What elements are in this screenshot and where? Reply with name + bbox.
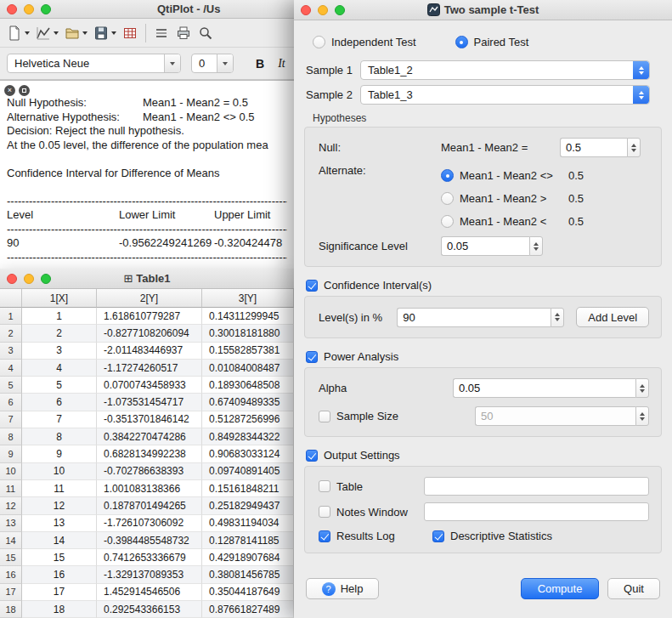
new-graph-button[interactable] <box>32 23 61 43</box>
column-header[interactable]: 1[X] <box>22 289 97 308</box>
row-number-cell[interactable]: 16 <box>0 566 22 583</box>
row-number-cell[interactable]: 8 <box>0 428 22 445</box>
table-cell[interactable]: 12 <box>22 497 97 514</box>
row-number-cell[interactable]: 6 <box>0 394 22 411</box>
row-number-cell[interactable]: 2 <box>0 325 22 342</box>
level-spinner[interactable] <box>397 308 564 327</box>
independent-test-radio[interactable]: Independent Test <box>313 36 416 48</box>
minimize-window-button[interactable] <box>24 274 34 284</box>
table-cell[interactable]: 18 <box>22 601 97 618</box>
italic-button[interactable]: It <box>278 57 285 71</box>
close-window-button[interactable] <box>301 5 311 15</box>
table-cell[interactable]: 0.38081456785 <box>202 566 294 583</box>
table-cell[interactable]: -1.726107306092 <box>97 515 202 532</box>
row-number-cell[interactable]: 3 <box>0 343 22 360</box>
table-cell[interactable]: -0.3513701846142 <box>97 411 202 428</box>
table-cell[interactable]: 0.35044187649 <box>202 584 294 601</box>
table-cell[interactable]: 14 <box>22 532 97 549</box>
table-cell[interactable]: -1.329137089353 <box>97 566 202 583</box>
zoom-tool-button[interactable] <box>195 23 217 43</box>
sample-size-input[interactable] <box>475 406 635 426</box>
row-number-cell[interactable]: 13 <box>0 515 22 532</box>
table-cell[interactable]: 7 <box>22 411 97 428</box>
row-number-cell[interactable]: 9 <box>0 445 22 462</box>
minimize-window-button[interactable] <box>24 4 34 14</box>
notes-window-checkbox[interactable]: Notes Window <box>319 506 424 519</box>
row-number-cell[interactable]: 4 <box>0 360 22 377</box>
sample1-select[interactable]: Table1_2 <box>360 60 650 80</box>
table-cell[interactable]: 0.12878141185 <box>202 532 294 549</box>
descriptive-statistics-checkbox[interactable]: Descriptive Statistics <box>432 530 552 542</box>
stepper-button[interactable] <box>635 406 649 426</box>
table-cell[interactable]: 0.292543366153 <box>97 601 202 618</box>
table-cell[interactable]: 0.49831194034 <box>202 515 294 532</box>
duplicate-window-button[interactable] <box>150 23 172 43</box>
level-input[interactable] <box>397 308 551 327</box>
table-cell[interactable]: 15 <box>22 549 97 566</box>
table-name-input[interactable] <box>424 477 649 496</box>
row-number-cell[interactable]: 17 <box>0 584 22 601</box>
sample-size-checkbox[interactable]: Sample Size <box>319 410 475 422</box>
table-cell[interactable]: 1.618610779287 <box>97 308 202 325</box>
close-log-icon[interactable]: × <box>4 85 15 96</box>
stepper-button[interactable] <box>633 86 649 104</box>
table-cell[interactable]: 1.452914546506 <box>97 584 202 601</box>
table-cell[interactable]: 13 <box>22 515 97 532</box>
table-cell[interactable]: 9 <box>22 445 97 462</box>
close-window-button[interactable] <box>7 274 17 284</box>
table-cell[interactable]: 0.3842270474286 <box>97 428 202 445</box>
table-cell[interactable]: 0.30018181880 <box>202 325 294 342</box>
print-button[interactable] <box>172 23 195 43</box>
table-cell[interactable]: 0.18930648508 <box>202 377 294 394</box>
table-cell[interactable]: 0.15161848211 <box>202 480 294 497</box>
sample2-select[interactable]: Table1_3 <box>360 85 650 105</box>
table-cell[interactable]: 0.51287256996 <box>202 411 294 428</box>
stepper-button[interactable] <box>633 61 649 79</box>
null-value-spinner[interactable] <box>560 138 641 157</box>
sample-size-spinner[interactable] <box>475 406 649 426</box>
table-cell[interactable]: 16 <box>22 566 97 583</box>
bold-button[interactable]: B <box>256 57 264 71</box>
table-cell[interactable]: 0.14311299945 <box>202 308 294 325</box>
table-cell[interactable]: 3 <box>22 343 97 360</box>
table-cell[interactable]: 0.15582857381 <box>202 343 294 360</box>
detach-log-icon[interactable] <box>19 85 30 96</box>
table-cell[interactable]: -1.073531454717 <box>97 394 202 411</box>
table-cell[interactable]: 1.001083138366 <box>97 480 202 497</box>
table-cell[interactable]: 0.84928344322 <box>202 428 294 445</box>
table-cell[interactable]: 0.01084008487 <box>202 360 294 377</box>
table-cell[interactable]: -0.8277108206094 <box>97 325 202 342</box>
save-project-button[interactable] <box>90 23 119 43</box>
maximize-window-button[interactable] <box>41 274 51 284</box>
alternate-greater-radio[interactable]: Mean1 - Mean2 > 0.5 <box>441 187 649 210</box>
new-project-button[interactable] <box>3 23 32 43</box>
notes-name-input[interactable] <box>424 502 649 521</box>
table-cell[interactable]: 0.0700743458933 <box>97 377 202 394</box>
row-number-cell[interactable]: 7 <box>0 411 22 428</box>
import-ascii-button[interactable] <box>119 23 141 43</box>
row-number-cell[interactable]: 5 <box>0 377 22 394</box>
table-cell[interactable]: -1.17274260517 <box>97 360 202 377</box>
quit-button[interactable]: Quit <box>607 578 660 599</box>
help-button[interactable]: ? Help <box>306 578 379 599</box>
alternate-less-radio[interactable]: Mean1 - Mean2 < 0.5 <box>441 210 649 233</box>
open-project-button[interactable] <box>61 23 90 43</box>
table-cell[interactable]: 0.42918907684 <box>202 549 294 566</box>
confidence-checkbox[interactable]: Confidence Interval(s) <box>306 279 662 292</box>
table-cell[interactable]: 0.09740891405 <box>202 463 294 480</box>
alpha-spinner[interactable] <box>453 378 649 398</box>
dropdown-button[interactable] <box>217 54 233 72</box>
stepper-button[interactable] <box>627 138 641 157</box>
significance-input[interactable] <box>441 236 529 256</box>
table-cell[interactable]: 0.7412653336679 <box>97 549 202 566</box>
table-cell[interactable]: 0.6828134992238 <box>97 445 202 462</box>
table-cell[interactable]: -0.3984485548732 <box>97 532 202 549</box>
power-analysis-checkbox[interactable]: Power Analysis <box>306 350 662 363</box>
font-size-select[interactable]: 0 <box>191 54 234 73</box>
stepper-button[interactable] <box>635 378 649 398</box>
maximize-window-button[interactable] <box>41 4 51 14</box>
table-cell[interactable]: -2.011483446937 <box>97 343 202 360</box>
row-number-cell[interactable]: 14 <box>0 532 22 549</box>
alpha-input[interactable] <box>453 378 635 398</box>
table-cell[interactable]: 6 <box>22 394 97 411</box>
